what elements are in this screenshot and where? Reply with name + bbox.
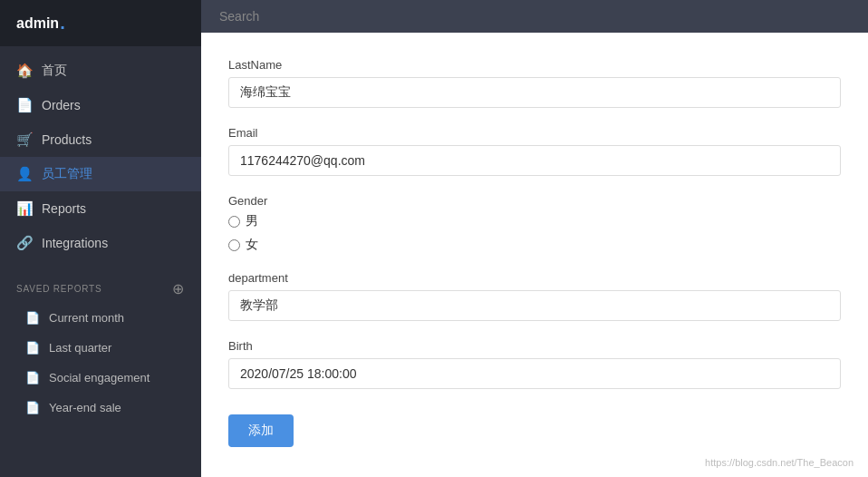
gender-female-radio[interactable] xyxy=(228,239,240,251)
saved-report-label-last-quarter: Last quarter xyxy=(49,341,111,355)
gender-male-label: 男 xyxy=(246,213,258,229)
submit-button[interactable]: 添加 xyxy=(228,414,294,447)
gender-radio-group: 男 女 xyxy=(228,213,841,253)
birth-label: Birth xyxy=(228,339,841,353)
integrations-icon: 🔗 xyxy=(16,235,33,251)
gender-label: Gender xyxy=(228,194,841,208)
birth-group: Birth xyxy=(228,339,841,389)
gender-group: Gender 男 女 xyxy=(228,194,841,253)
sidebar-item-label-reports: Reports xyxy=(42,201,86,216)
report-icon-current-month: 📄 xyxy=(25,311,40,325)
lastname-label: LastName xyxy=(228,58,841,72)
saved-reports-title: SAVED REPORTS xyxy=(16,284,102,294)
content-area: LastName Email Gender 男 女 de xyxy=(201,33,868,477)
sidebar-item-reports[interactable]: 📊Reports xyxy=(0,191,201,226)
products-icon: 🛒 xyxy=(16,131,33,148)
department-input[interactable] xyxy=(228,290,841,321)
main-area: LastName Email Gender 男 女 de xyxy=(201,0,868,477)
logo-dot: . xyxy=(60,13,65,34)
employees-icon: 👤 xyxy=(16,166,33,182)
sidebar-item-label-integrations: Integrations xyxy=(42,236,108,250)
sidebar-item-orders[interactable]: 📄Orders xyxy=(0,88,201,122)
report-icon-social-engagement: 📄 xyxy=(25,371,40,385)
saved-report-label-year-end-sale: Year-end sale xyxy=(49,401,121,414)
sidebar-item-label-home: 首页 xyxy=(42,63,67,79)
saved-reports-section: SAVED REPORTS ⊕ xyxy=(0,268,201,303)
lastname-input[interactable] xyxy=(228,77,841,108)
gender-female-option[interactable]: 女 xyxy=(228,237,841,253)
topbar xyxy=(201,0,868,33)
report-icon-year-end-sale: 📄 xyxy=(25,401,40,414)
sidebar-nav: 🏠首页📄Orders🛒Products👤员工管理📊Reports🔗Integra… xyxy=(0,46,201,268)
sidebar-item-label-employees: 员工管理 xyxy=(42,166,92,182)
report-icon-last-quarter: 📄 xyxy=(25,341,40,355)
sidebar: admin. 🏠首页📄Orders🛒Products👤员工管理📊Reports🔗… xyxy=(0,0,201,477)
lastname-group: LastName xyxy=(228,58,841,108)
sidebar-item-home[interactable]: 🏠首页 xyxy=(0,54,201,88)
add-saved-report-icon[interactable]: ⊕ xyxy=(172,280,185,297)
saved-report-year-end-sale[interactable]: 📄Year-end sale xyxy=(0,393,201,423)
gender-female-label: 女 xyxy=(246,237,258,253)
sidebar-item-employees[interactable]: 👤员工管理 xyxy=(0,157,201,191)
orders-icon: 📄 xyxy=(16,97,33,113)
email-input[interactable] xyxy=(228,145,841,176)
logo-text: admin xyxy=(16,15,59,32)
department-label: department xyxy=(228,271,841,285)
email-label: Email xyxy=(228,126,841,140)
saved-report-label-social-engagement: Social engagement xyxy=(49,371,149,385)
saved-reports-list: 📄Current month📄Last quarter📄Social engag… xyxy=(0,303,201,423)
search-input[interactable] xyxy=(219,9,850,24)
department-group: department xyxy=(228,271,841,321)
sidebar-item-label-orders: Orders xyxy=(42,98,81,112)
email-group: Email xyxy=(228,126,841,176)
sidebar-item-products[interactable]: 🛒Products xyxy=(0,122,201,157)
saved-report-last-quarter[interactable]: 📄Last quarter xyxy=(0,333,201,363)
watermark: https://blog.csdn.net/The_Beacon xyxy=(705,457,854,468)
gender-male-radio[interactable] xyxy=(228,216,240,228)
saved-report-current-month[interactable]: 📄Current month xyxy=(0,303,201,333)
reports-icon: 📊 xyxy=(16,200,33,217)
sidebar-item-integrations[interactable]: 🔗Integrations xyxy=(0,226,201,260)
home-icon: 🏠 xyxy=(16,63,33,79)
saved-report-social-engagement[interactable]: 📄Social engagement xyxy=(0,363,201,393)
saved-report-label-current-month: Current month xyxy=(49,311,124,325)
sidebar-item-label-products: Products xyxy=(42,132,92,147)
sidebar-logo: admin. xyxy=(0,0,201,46)
gender-male-option[interactable]: 男 xyxy=(228,213,841,229)
birth-input[interactable] xyxy=(228,358,841,389)
